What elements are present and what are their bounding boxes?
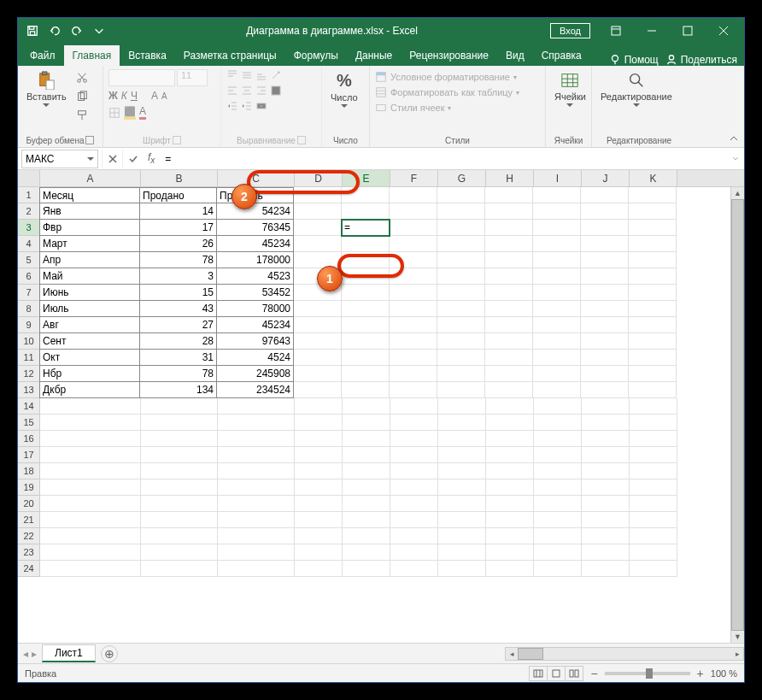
cell[interactable] <box>342 268 390 285</box>
copy-button[interactable] <box>73 88 91 105</box>
increase-font-button[interactable]: A <box>151 90 158 102</box>
cell[interactable] <box>582 512 630 528</box>
editing-button[interactable]: Редактирование <box>597 69 676 109</box>
cell[interactable] <box>486 561 534 577</box>
cell[interactable] <box>218 463 295 479</box>
row-header[interactable]: 8 <box>18 301 40 317</box>
cell[interactable] <box>438 431 486 447</box>
cell[interactable] <box>390 496 438 512</box>
cell[interactable] <box>533 236 581 252</box>
merge-cells-icon[interactable] <box>255 100 267 112</box>
cell[interactable] <box>294 333 342 350</box>
fx-icon[interactable]: fx <box>143 151 160 165</box>
cell[interactable] <box>534 463 582 479</box>
cells-button[interactable]: Ячейки <box>551 69 589 109</box>
cell[interactable]: 28 <box>140 333 217 350</box>
cell[interactable] <box>485 220 533 236</box>
scroll-down-icon[interactable]: ▼ <box>731 631 744 643</box>
row-header[interactable]: 21 <box>18 512 40 528</box>
cell[interactable]: Месяц <box>39 187 140 203</box>
cell[interactable] <box>40 512 141 528</box>
cell[interactable] <box>40 398 141 415</box>
scrollbar-thumb[interactable] <box>731 199 744 631</box>
cell[interactable] <box>486 479 534 496</box>
cell[interactable] <box>294 220 342 236</box>
cell[interactable] <box>486 544 534 561</box>
bold-button[interactable]: Ж <box>108 90 118 102</box>
italic-button[interactable]: К <box>121 90 127 102</box>
cell[interactable]: = <box>342 220 390 236</box>
cell[interactable] <box>141 447 218 463</box>
cell[interactable]: 76345 <box>217 220 294 236</box>
cell[interactable] <box>40 431 141 447</box>
cell[interactable] <box>343 528 390 544</box>
column-header[interactable]: J <box>582 170 630 186</box>
cell[interactable] <box>141 463 218 479</box>
page-layout-view-button[interactable] <box>547 666 566 681</box>
cell[interactable]: 78 <box>140 252 217 268</box>
cell[interactable] <box>218 479 295 496</box>
cell[interactable] <box>630 463 677 479</box>
cell[interactable] <box>581 317 629 333</box>
align-bottom-icon[interactable] <box>255 69 267 81</box>
cell[interactable] <box>582 528 630 544</box>
cell[interactable]: 245908 <box>217 366 294 382</box>
orientation-icon[interactable] <box>270 69 282 81</box>
cell[interactable]: 15 <box>140 285 217 301</box>
cell[interactable] <box>581 333 629 350</box>
ribbon-tab-вставка[interactable]: Вставка <box>120 45 175 66</box>
column-header[interactable]: A <box>40 170 141 186</box>
cell[interactable] <box>390 561 438 577</box>
column-header[interactable]: G <box>438 170 486 186</box>
cell[interactable] <box>582 479 630 496</box>
sheet-prev-icon[interactable]: ◂ <box>23 648 28 660</box>
cell[interactable] <box>582 398 630 415</box>
font-size-select[interactable]: 11 <box>177 69 208 86</box>
cell[interactable] <box>437 252 485 268</box>
cell[interactable] <box>486 496 534 512</box>
cell[interactable] <box>390 187 437 203</box>
cell[interactable]: 27 <box>140 317 217 333</box>
cell[interactable]: Авг <box>39 317 140 333</box>
cell[interactable] <box>141 431 218 447</box>
font-color-button[interactable]: A <box>139 105 146 120</box>
row-header[interactable]: 18 <box>18 463 40 479</box>
row-header[interactable]: 15 <box>18 415 40 431</box>
cell[interactable] <box>534 544 582 561</box>
close-button[interactable] <box>706 18 741 44</box>
cell[interactable] <box>534 561 582 577</box>
cell[interactable]: Окт <box>39 350 140 366</box>
cell[interactable] <box>437 350 485 366</box>
zoom-in-button[interactable]: + <box>697 667 704 680</box>
cell[interactable] <box>485 285 533 301</box>
cell[interactable] <box>582 496 630 512</box>
maximize-button[interactable] <box>671 18 705 44</box>
cell[interactable] <box>295 431 343 447</box>
cell[interactable] <box>438 496 486 512</box>
cell[interactable] <box>390 544 438 561</box>
cell[interactable] <box>342 333 390 350</box>
cell[interactable] <box>294 350 342 366</box>
cell[interactable] <box>581 301 629 317</box>
cell[interactable] <box>390 512 438 528</box>
cell[interactable] <box>390 398 438 415</box>
cell[interactable] <box>581 203 629 220</box>
cell[interactable]: 45234 <box>217 317 294 333</box>
cell[interactable] <box>629 187 677 203</box>
cell[interactable] <box>533 317 581 333</box>
scroll-up-icon[interactable]: ▲ <box>731 187 744 199</box>
cell[interactable] <box>630 447 677 463</box>
cell[interactable] <box>294 382 342 398</box>
tell-me-button[interactable]: Помощ <box>609 54 659 66</box>
cell[interactable] <box>343 398 390 415</box>
cell[interactable] <box>485 382 533 398</box>
cell[interactable] <box>141 496 218 512</box>
cell[interactable] <box>295 528 343 544</box>
row-header[interactable]: 6 <box>18 268 40 285</box>
cell[interactable] <box>582 431 630 447</box>
cell[interactable] <box>438 398 486 415</box>
row-header[interactable]: 9 <box>18 317 40 333</box>
scrollbar-thumb[interactable] <box>518 648 543 660</box>
row-header[interactable]: 24 <box>18 561 40 577</box>
cell[interactable] <box>486 431 534 447</box>
